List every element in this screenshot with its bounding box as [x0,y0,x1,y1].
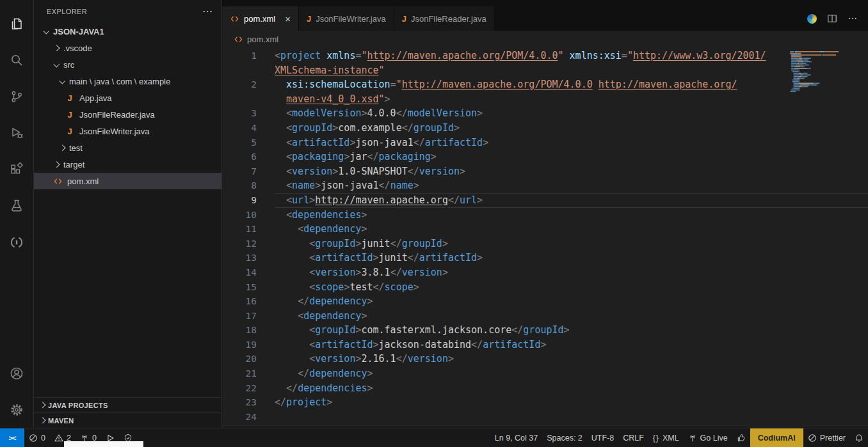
code-line[interactable]: 21 </dependency> [222,366,868,381]
line-text: </dependency> [257,366,868,381]
status-notifications[interactable] [850,428,868,447]
status-text: UTF-8 [591,434,614,443]
tree-item[interactable]: JJsonFileReader.java [34,106,221,123]
code-line[interactable]: 19 <artifactId>jackson-databind</artifac… [222,338,868,352]
line-number: 4 [222,121,257,136]
activity-extensions[interactable] [0,151,33,187]
code-lines[interactable]: 1<project xmlns="http://maven.apache.org… [222,49,868,424]
tree-item[interactable]: target [34,156,221,173]
java-icon: J [402,14,406,24]
breadcrumb[interactable]: pom.xml [222,31,868,47]
tab[interactable]: JJsonFileReader.java [394,6,495,31]
bell-icon [855,434,864,443]
code-line[interactable]: 22 </dependencies> [222,381,868,396]
code-line[interactable]: 20 <version>2.16.1</version> [222,352,868,366]
status-indentation[interactable]: Spaces: 2 [542,428,587,447]
status-cursor-position[interactable]: Ln 9, Col 37 [490,428,542,447]
breadcrumb-item[interactable]: pom.xml [247,35,278,44]
status-text: XML [663,434,679,443]
line-text: maven-v4_0_0.xsd"> [257,92,868,107]
status-text: CodiumAI [758,434,796,443]
tree-item[interactable]: JJsonFileWriter.java [34,123,221,139]
code-line[interactable]: 12 <groupId>junit</groupId> [222,237,868,251]
tree-item[interactable]: .vscode [34,40,221,56]
line-text: <name>json-java1</name> [257,178,868,193]
tree-item-label: target [63,160,84,169]
code-line[interactable]: 5 <artifactId>json-java1</artifactId> [222,136,868,150]
code-line[interactable]: 24 [222,410,868,425]
tree-item[interactable]: pom.xml [34,173,221,189]
tree-item-label: App.java [79,93,112,103]
tree-item-label: pom.xml [67,176,99,186]
section-label: MAVEN [48,417,74,425]
activity-codium[interactable] [0,224,33,260]
activity-source-control[interactable] [0,78,33,114]
activity-testing[interactable] [0,187,33,224]
tab-bar: pom.xml×JJsonFileWriter.javaJJsonFileRea… [222,0,868,31]
code-line[interactable]: 2 xsi:schemaLocation="http://maven.apach… [222,77,868,92]
code-line[interactable]: 9 <url>http://maven.apache.org</url> [222,193,868,208]
status-codiumai[interactable]: CodiumAI [750,428,803,447]
remote-indicator[interactable]: >< [0,428,24,447]
code-line[interactable]: 17 <dependency> [222,309,868,324]
tree-item[interactable]: JApp.java [34,90,221,106]
code-line[interactable]: 8 <name>json-java1</name> [222,178,868,193]
activity-search[interactable] [0,42,33,78]
file-tree: JSON-JAVA1.vscodesrcmain \ java \ com \ … [34,23,221,397]
code-line[interactable]: 23</project> [222,395,868,410]
status-text: Spaces: 2 [547,434,583,443]
code-line[interactable]: 10 <dependencies> [222,208,868,223]
split-editor-icon[interactable] [827,13,837,24]
tree-item[interactable]: src [34,56,221,73]
status-text: Go Live [700,434,728,443]
tab[interactable]: pom.xml× [222,6,299,31]
status-prettier[interactable]: Prettier [803,428,850,447]
tab[interactable]: JJsonFileWriter.java [299,6,394,31]
tower-icon [688,434,697,443]
sidebar-section[interactable]: JAVA PROJECTS [34,397,221,412]
code-line[interactable]: maven-v4_0_0.xsd"> [222,92,868,107]
code-line[interactable]: 6 <packaging>jar</packaging> [222,150,868,164]
java-file-icon: J [64,93,76,103]
extension-sphere-icon[interactable] [807,14,817,24]
code-line[interactable]: 3 <modelVersion>4.0.0</modelVersion> [222,106,868,121]
code-line[interactable]: 15 <scope>test</scope> [222,280,868,295]
code-line[interactable]: 18 <groupId>com.fasterxml.jackson.core</… [222,323,868,338]
code-line[interactable]: 11 <dependency> [222,222,868,237]
line-number: 7 [222,164,257,179]
activity-explorer[interactable] [0,5,33,42]
line-number: 16 [222,294,257,309]
line-number [222,63,257,78]
code-line[interactable]: XMLSchema-instance" [222,63,868,78]
line-text: </dependencies> [257,381,868,396]
activity-run-debug[interactable] [0,114,33,151]
minimap[interactable] [787,49,863,106]
status-spacer [137,428,490,447]
status-encoding[interactable]: UTF-8 [587,428,618,447]
account-icon [9,366,24,381]
status-language-mode[interactable]: {}XML [648,428,684,447]
status-errors[interactable]: 0 [24,428,50,447]
code-line[interactable]: 16 </dependency> [222,294,868,309]
tree-item-label: src [63,60,74,70]
tree-item[interactable]: JSON-JAVA1 [34,23,221,40]
line-text [257,410,868,425]
error-icon [29,434,38,443]
status-feedback[interactable] [732,428,750,447]
code-line[interactable]: 14 <version>3.8.1</version> [222,265,868,280]
code-line[interactable]: 1<project xmlns="http://maven.apache.org… [222,49,868,63]
code-line[interactable]: 4 <groupId>com.example</groupId> [222,121,868,136]
status-go-live[interactable]: Go Live [684,428,732,447]
sidebar-section[interactable]: MAVEN [34,412,221,428]
code-line[interactable]: 13 <artifactId>junit</artifactId> [222,251,868,265]
beaker-icon [9,198,24,214]
more-actions-icon[interactable]: ⋯ [202,6,213,17]
more-actions-icon[interactable] [848,13,858,24]
code-line[interactable]: 7 <version>1.0-SNAPSHOT</version> [222,164,868,179]
close-icon[interactable]: × [285,14,291,24]
activity-settings[interactable] [0,391,33,428]
tree-item[interactable]: test [34,139,221,156]
status-eol[interactable]: CRLF [618,428,648,447]
activity-accounts[interactable] [0,355,33,391]
tree-item[interactable]: main \ java \ com \ example [34,73,221,90]
